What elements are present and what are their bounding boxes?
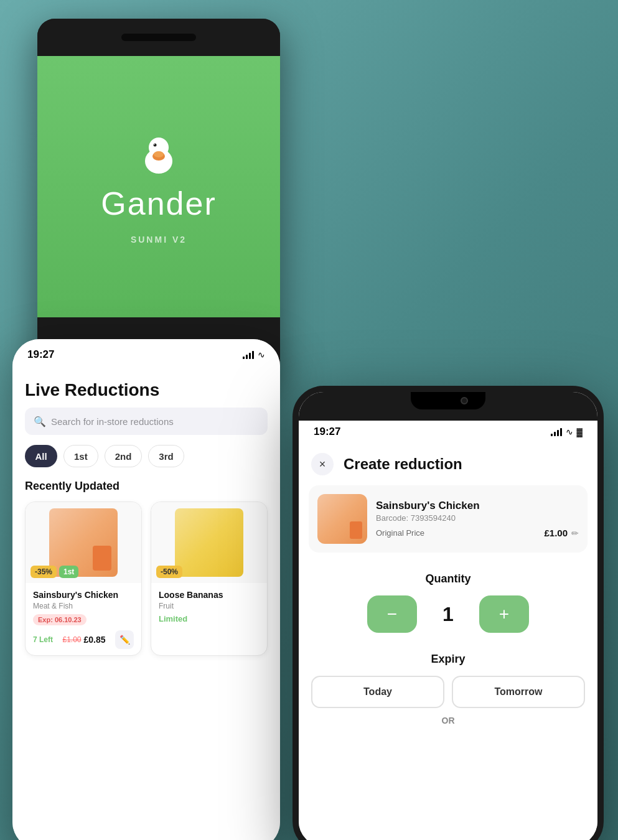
left-statusbar: 19:27 ∿ [12, 339, 280, 370]
quantity-controls: − 1 + [311, 595, 585, 633]
bananas-image [175, 508, 243, 577]
price-original-chicken: £1.00 [62, 635, 81, 644]
close-button[interactable]: × [311, 453, 334, 475]
product-card-chicken[interactable]: -35% 1st Sainsbury's Chicken Meat & Fish… [25, 502, 142, 656]
right-status-time: 19:27 [314, 426, 340, 438]
right-signal-bars-icon [551, 427, 562, 436]
right-wifi-icon: ∿ [566, 427, 573, 437]
expiry-badge-chicken: Exp: 06.10.23 [33, 614, 87, 625]
expiry-heading: Expiry [311, 653, 585, 666]
left-status-icons: ∿ [243, 350, 265, 360]
detail-price-amount: £1.00 [544, 528, 568, 538]
gander-logo-area: Gander SUNMI V2 [101, 129, 216, 245]
signal-bars-icon [243, 350, 254, 359]
handheld-top-bar [121, 34, 196, 41]
product-image-chicken: -35% 1st [26, 502, 141, 583]
discount-badge-bananas: -50% [156, 566, 182, 578]
tomorrow-button[interactable]: Tomorrow [452, 676, 585, 708]
left-status-time: 19:27 [27, 348, 54, 361]
section-title-recently-updated: Recently Updated [25, 480, 268, 493]
or-divider: OR [311, 716, 585, 726]
right-content: × Create reduction Sainsbury's Chicken B… [299, 443, 597, 840]
product-detail-info: Sainsbury's Chicken Barcode: 7393594240 … [376, 500, 579, 538]
phone-right: 19:27 ∿ ▓ × Create reduction Sainsbury's… [293, 386, 604, 840]
product-info-bananas: Loose Bananas Fruit Limited [151, 583, 267, 630]
left-content: Live Reductions 🔍 Search for in-store re… [12, 370, 280, 840]
product-footer-chicken: 7 Left £1.00 £0.85 ✏️ [33, 630, 134, 649]
discount-badge-chicken: -35% [30, 566, 57, 578]
right-status-icons: ∿ ▓ [551, 427, 583, 437]
detail-product-name: Sainsbury's Chicken [376, 500, 579, 512]
quantity-value: 1 [436, 603, 461, 626]
phone-left: 19:27 ∿ Live Reductions 🔍 Search for in-… [12, 339, 280, 840]
rank-badge-chicken: 1st [59, 566, 78, 578]
detail-product-barcode: Barcode: 7393594240 [376, 513, 579, 523]
decrease-quantity-button[interactable]: − [367, 595, 417, 633]
detail-price-row: Original Price £1.00 ✏ [376, 528, 579, 538]
filter-tabs: All 1st 2nd 3rd [25, 445, 268, 467]
product-image-bananas: -50% [151, 502, 267, 583]
quantity-heading: Quantity [311, 572, 585, 586]
svg-point-5 [154, 144, 155, 145]
create-reduction-header: × Create reduction [299, 443, 597, 485]
price-current-chicken: £0.85 [84, 635, 106, 645]
detail-price-value: £1.00 ✏ [544, 528, 579, 538]
notch-area [299, 392, 597, 421]
front-camera-icon [461, 397, 468, 404]
wifi-icon: ∿ [258, 350, 265, 360]
handheld-top [37, 19, 280, 56]
duck-icon [134, 129, 184, 179]
product-name-bananas: Loose Bananas [159, 589, 260, 600]
product-stock-chicken: 7 Left [33, 635, 53, 644]
filter-tab-all[interactable]: All [25, 445, 57, 467]
increase-quantity-button[interactable]: + [479, 595, 529, 633]
expiry-buttons: Today Tomorrow [311, 676, 585, 708]
product-category-chicken: Meat & Fish [33, 602, 134, 610]
expiry-section: Expiry Today Tomorrow OR [299, 643, 597, 735]
notch [411, 392, 485, 409]
product-grid: -35% 1st Sainsbury's Chicken Meat & Fish… [25, 502, 268, 656]
product-detail-card: Sainsbury's Chicken Barcode: 7393594240 … [309, 485, 588, 553]
today-button[interactable]: Today [311, 676, 444, 708]
detail-price-label: Original Price [376, 528, 424, 538]
filter-tab-2nd[interactable]: 2nd [105, 445, 143, 467]
handheld-device: Gander SUNMI V2 [37, 19, 280, 380]
product-prices-chicken: £1.00 £0.85 [62, 635, 105, 645]
filter-tab-1st[interactable]: 1st [63, 445, 98, 467]
create-reduction-title: Create reduction [344, 455, 462, 473]
product-category-bananas: Fruit [159, 602, 260, 610]
edit-button-chicken[interactable]: ✏️ [115, 630, 134, 649]
product-thumbnail [317, 494, 367, 544]
svg-point-4 [153, 144, 156, 147]
battery-icon: ▓ [577, 427, 583, 437]
filter-tab-3rd[interactable]: 3rd [148, 445, 184, 467]
product-info-chicken: Sainsbury's Chicken Meat & Fish Exp: 06.… [26, 583, 141, 655]
quantity-section: Quantity − 1 + [299, 562, 597, 643]
svg-point-3 [154, 151, 164, 157]
page-title: Live Reductions [25, 370, 268, 408]
search-icon: 🔍 [34, 416, 46, 427]
search-bar[interactable]: 🔍 Search for in-store reductions [25, 408, 268, 435]
gander-app-name: Gander [101, 185, 216, 222]
handheld-screen: Gander SUNMI V2 [37, 56, 280, 317]
product-name-chicken: Sainsbury's Chicken [33, 589, 134, 600]
handheld-brand: SUNMI V2 [131, 235, 187, 245]
search-input-placeholder: Search for in-store reductions [51, 416, 174, 427]
right-statusbar: 19:27 ∿ ▓ [299, 421, 597, 443]
limited-badge-bananas: Limited [159, 614, 260, 623]
edit-price-icon[interactable]: ✏ [571, 528, 579, 538]
product-card-bananas[interactable]: -50% Loose Bananas Fruit Limited [151, 502, 268, 656]
